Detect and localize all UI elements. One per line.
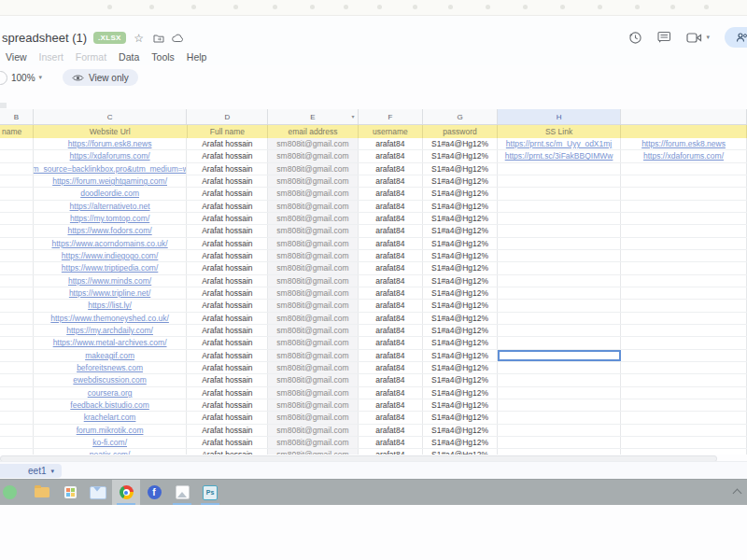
cell-extra-link[interactable] bbox=[621, 287, 747, 299]
cell-email[interactable]: sm808it@gmail.com bbox=[268, 201, 358, 212]
cell-password[interactable]: S1#a4@Hg12% bbox=[423, 362, 498, 373]
cell-ss-link[interactable] bbox=[498, 250, 621, 261]
website-url-link[interactable]: https://www.indiegogo.com/ bbox=[62, 251, 158, 260]
extra-link[interactable]: https://forum.esk8.news bbox=[641, 139, 726, 148]
cell-extra-link[interactable] bbox=[621, 362, 747, 373]
cell-website-url[interactable]: https://www.acorndomains.co.uk/ bbox=[34, 238, 188, 249]
cell-username[interactable]: arafat84 bbox=[359, 287, 423, 299]
cell-email[interactable]: sm808it@gmail.com bbox=[268, 387, 358, 399]
cell-full-name[interactable]: Arafat hossain bbox=[187, 374, 268, 385]
cell-password[interactable]: S1#a4@Hg12% bbox=[423, 399, 498, 411]
cell-extra-link[interactable] bbox=[621, 213, 747, 224]
cell-full-name[interactable]: Arafat hossain bbox=[187, 138, 268, 149]
website-url-link[interactable]: https://xdaforums.com/ bbox=[70, 151, 150, 161]
cell-extra-link[interactable] bbox=[621, 238, 747, 249]
cell-password[interactable]: S1#a4@Hg12% bbox=[423, 425, 498, 436]
cell-full-name[interactable]: Arafat hossain bbox=[187, 300, 268, 311]
cell-full-name[interactable]: Arafat hossain bbox=[187, 399, 268, 411]
microsoft-store-icon[interactable] bbox=[56, 480, 84, 505]
cell-b[interactable] bbox=[0, 350, 34, 361]
cell-password[interactable]: S1#a4@Hg12% bbox=[423, 213, 498, 224]
cell-ss-link[interactable] bbox=[498, 399, 621, 411]
cell-username[interactable]: arafat84 bbox=[359, 399, 423, 411]
cell-ss-link[interactable] bbox=[498, 300, 621, 311]
cell-full-name[interactable]: Arafat hossain bbox=[187, 262, 268, 273]
cell-website-url[interactable]: ewebdiscussion.com bbox=[34, 374, 188, 385]
cell-full-name[interactable]: Arafat hossain bbox=[187, 163, 268, 175]
cell-email[interactable]: sm808it@gmail.com bbox=[268, 437, 358, 448]
cell-website-url[interactable]: feedback.bistudio.com bbox=[34, 399, 188, 411]
cell-full-name[interactable]: Arafat hossain bbox=[187, 337, 268, 348]
cell-email[interactable]: sm808it@gmail.com bbox=[268, 138, 358, 149]
cell-username[interactable]: arafat84 bbox=[359, 425, 423, 436]
website-url-link[interactable]: https://my.tomtop.com/ bbox=[70, 214, 149, 223]
ss-link[interactable]: https://prnt.sc/3iFakBBQIMWw bbox=[505, 151, 613, 161]
cell-website-url[interactable]: https://forum.weightgaming.com/ bbox=[34, 175, 188, 187]
cell-password[interactable]: S1#a4@Hg12% bbox=[423, 325, 498, 336]
cell-full-name[interactable]: Arafat hossain bbox=[187, 275, 268, 287]
cell-password[interactable]: S1#a4@Hg12% bbox=[423, 163, 498, 175]
cell-password[interactable]: S1#a4@Hg12% bbox=[423, 387, 498, 399]
cell-b[interactable] bbox=[0, 163, 34, 175]
cell-username[interactable]: arafat84 bbox=[359, 412, 423, 423]
cell-email[interactable]: sm808it@gmail.com bbox=[268, 287, 358, 299]
cell-b[interactable] bbox=[0, 275, 34, 287]
cell-b[interactable] bbox=[0, 437, 34, 448]
cell-email[interactable]: sm808it@gmail.com bbox=[268, 325, 358, 336]
website-url-link[interactable]: ko-fi.com/ bbox=[92, 438, 127, 447]
cell-full-name[interactable]: Arafat hossain bbox=[187, 250, 268, 261]
cell-website-url[interactable]: https://alternativeto.net bbox=[34, 201, 188, 212]
website-url-link[interactable]: https://my.archdaily.com/ bbox=[66, 326, 153, 335]
cell-email[interactable]: sm808it@gmail.com bbox=[268, 399, 358, 411]
cell-password[interactable]: S1#a4@Hg12% bbox=[423, 188, 498, 199]
cell-full-name[interactable]: Arafat hossain bbox=[187, 325, 268, 336]
cell-email[interactable]: sm808it@gmail.com bbox=[268, 213, 358, 224]
ss-link[interactable]: https://prnt.sc/m_Uyy_odX1mj bbox=[506, 139, 612, 148]
version-history-icon[interactable] bbox=[628, 31, 642, 45]
cell-b[interactable] bbox=[0, 225, 34, 236]
cell-b[interactable] bbox=[0, 362, 34, 373]
cell-ss-link[interactable] bbox=[498, 201, 621, 212]
share-button[interactable] bbox=[725, 27, 747, 48]
facebook-icon[interactable]: f bbox=[140, 480, 168, 505]
cell-extra-link[interactable] bbox=[621, 313, 747, 324]
cell-website-url[interactable]: coursera.org bbox=[34, 387, 188, 399]
chevron-down-icon[interactable]: ▾ bbox=[706, 34, 710, 41]
cell-b[interactable] bbox=[0, 238, 34, 249]
website-url-link[interactable]: https://www.themoneyshed.co.uk/ bbox=[50, 314, 169, 323]
website-url-link[interactable]: https://alternativeto.net bbox=[70, 202, 150, 211]
cell-extra-link[interactable] bbox=[621, 425, 747, 436]
cell-password[interactable]: S1#a4@Hg12% bbox=[423, 225, 498, 236]
cell-username[interactable]: arafat84 bbox=[359, 387, 423, 399]
cell-ss-link[interactable] bbox=[498, 313, 621, 324]
cell-full-name[interactable]: Arafat hossain bbox=[187, 287, 268, 299]
selected-cell[interactable] bbox=[498, 350, 621, 361]
star-icon[interactable]: ☆ bbox=[133, 32, 146, 45]
cell-email[interactable]: sm808it@gmail.com bbox=[268, 275, 358, 287]
cell-ss-link[interactable] bbox=[498, 437, 621, 448]
cell-full-name[interactable]: Arafat hossain bbox=[187, 188, 268, 199]
cell-full-name[interactable]: Arafat hossain bbox=[187, 449, 268, 455]
view-only-chip[interactable]: View only bbox=[63, 69, 138, 86]
cell-ss-link[interactable] bbox=[498, 325, 621, 336]
website-url-link[interactable]: beforeitsnews.com bbox=[77, 363, 143, 372]
cell-extra-link[interactable] bbox=[621, 374, 747, 385]
header-cell-f[interactable]: username bbox=[359, 125, 423, 138]
website-url-link[interactable]: https://www.fodors.com/ bbox=[67, 226, 151, 235]
cell-ss-link[interactable] bbox=[498, 188, 621, 199]
cell-ss-link[interactable] bbox=[498, 163, 621, 175]
cell-password[interactable]: S1#a4@Hg12% bbox=[423, 374, 498, 385]
cell-password[interactable]: S1#a4@Hg12% bbox=[423, 150, 498, 161]
cell-website-url[interactable]: https://www.themoneyshed.co.uk/ bbox=[34, 313, 188, 324]
cell-full-name[interactable]: Arafat hossain bbox=[187, 437, 268, 448]
website-url-link[interactable]: https://www.acorndomains.co.uk/ bbox=[51, 239, 167, 248]
column-letter-E[interactable]: E▾ bbox=[268, 109, 358, 124]
website-url-link[interactable]: feedback.bistudio.com bbox=[70, 400, 149, 410]
cell-b[interactable] bbox=[0, 150, 34, 161]
cell-username[interactable]: arafat84 bbox=[359, 201, 423, 212]
cell-password[interactable]: S1#a4@Hg12% bbox=[423, 412, 498, 423]
cell-website-url[interactable]: /forum?utm_source=backlinkbox.pro&utm_me… bbox=[34, 163, 188, 175]
website-url-link[interactable]: peatix.com/ bbox=[90, 450, 130, 455]
column-dropdown-icon[interactable]: ▾ bbox=[352, 113, 355, 119]
cell-extra-link[interactable] bbox=[621, 250, 747, 261]
